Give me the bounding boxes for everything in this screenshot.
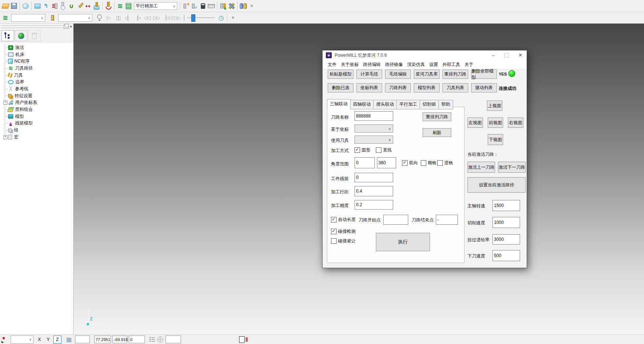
auto-length-checkbox[interactable]: [331, 217, 337, 222]
refresh-button[interactable]: 刷新: [423, 128, 451, 137]
view-bottom-button[interactable]: 下视图: [488, 134, 503, 145]
view-top-button[interactable]: 上视图: [487, 101, 502, 111]
tree-item-stock-models[interactable]: 残留模型: [0, 120, 73, 127]
restore-panel-icon[interactable]: [64, 25, 68, 29]
rewind-button[interactable]: ◁◁: [142, 15, 152, 21]
light-bulb-icon[interactable]: [95, 13, 104, 22]
view-front-button[interactable]: 前视图: [488, 117, 503, 128]
expand-toggle[interactable]: +: [3, 101, 7, 105]
tree-item-workplanes[interactable]: +用户坐标系: [0, 99, 73, 106]
tree-item-boundaries[interactable]: 边界: [0, 78, 73, 85]
stepover-input[interactable]: [355, 186, 393, 196]
angle-to-input[interactable]: [377, 157, 396, 168]
strategy-dropdown[interactable]: 平行精加工 ∨: [134, 2, 177, 10]
rapid-move-icon[interactable]: [42, 1, 50, 11]
reorder-toolpaths-button[interactable]: 重排列刀路: [442, 70, 468, 79]
workplane-icon[interactable]: [157, 337, 163, 343]
collision-check-checkbox[interactable]: [331, 229, 337, 234]
save-project-icon[interactable]: [10, 1, 18, 11]
sidebar-tab-recycle-bin[interactable]: [28, 30, 40, 41]
drive-list-button[interactable]: 驱动列表: [471, 83, 497, 92]
go-to-end-button[interactable]: ▷▷▕: [173, 15, 185, 21]
minimize-button[interactable]: –: [491, 53, 496, 58]
sidebar-tab-web[interactable]: [15, 30, 27, 41]
tree-item-nc-programs[interactable]: NC程序: [0, 58, 73, 65]
measure-ruler-icon[interactable]: [207, 1, 216, 11]
tool-swap-icon[interactable]: [227, 1, 236, 11]
base-coord-dropdown[interactable]: ∨: [355, 124, 393, 133]
open-project-icon[interactable]: [1, 1, 10, 11]
tree-item-tools[interactable]: 刀具: [0, 72, 73, 79]
tab-swivel-head[interactable]: 摆头联动: [373, 100, 397, 109]
stock-remain-input[interactable]: [355, 173, 393, 182]
coord-z-field[interactable]: 0: [129, 336, 145, 343]
point-tool-icon[interactable]: [1, 336, 10, 344]
calc-block-button[interactable]: 计算毛坯: [356, 70, 382, 79]
tree-item-macros[interactable]: +宏: [0, 134, 73, 141]
close-button[interactable]: ×: [518, 52, 523, 58]
menu-path-edit[interactable]: 路径编辑: [363, 62, 381, 68]
close-panel-icon[interactable]: ×: [70, 25, 72, 29]
slider-thumb[interactable]: [191, 14, 195, 22]
dialog-titlebar[interactable]: PowerMILL 忆梦星河 7.0.6 – ×: [323, 50, 527, 60]
activate-next-toolpath-button[interactable]: 激活下一刀路: [498, 162, 526, 173]
block-icon[interactable]: [33, 1, 42, 11]
tree-item-activate[interactable]: 激活: [0, 44, 73, 51]
skim-feed-input[interactable]: [492, 234, 520, 245]
conventional-mill-checkbox[interactable]: [437, 160, 443, 166]
calculator-icon[interactable]: [199, 1, 207, 11]
status-dropdown[interactable]: ∨: [11, 336, 33, 344]
tab-help[interactable]: 帮助: [438, 100, 453, 109]
tree-item-patterns[interactable]: 参考线: [0, 85, 73, 92]
bidirectional-checkbox[interactable]: [402, 160, 408, 166]
tree-item-levels-and-sets[interactable]: 层和组合: [0, 106, 73, 113]
menu-path-mirror[interactable]: 路径镜像: [385, 62, 403, 68]
circle-checkbox[interactable]: [355, 147, 360, 153]
cutting-feed-input[interactable]: [492, 217, 520, 228]
tool-library-button[interactable]: 星河刀具库: [414, 70, 440, 79]
view-left-button[interactable]: 左视图: [467, 117, 483, 128]
toolpath-verify-icon[interactable]: [190, 1, 199, 11]
toolpath-icon[interactable]: [116, 1, 124, 11]
delete-all-models-button[interactable]: 删除全部模型: [471, 70, 497, 79]
sim-tool-dropdown[interactable]: ∨: [58, 14, 92, 22]
tool-holder-icon[interactable]: [67, 1, 75, 11]
clock-icon[interactable]: [217, 13, 225, 22]
grid-snap-icon[interactable]: ▦: [64, 336, 74, 344]
tool-block-icon[interactable]: [92, 1, 101, 11]
coord-list-button[interactable]: 坐标列表: [356, 83, 382, 92]
ball-tool-icon[interactable]: [58, 1, 67, 11]
sidebar-tab-explorer[interactable]: [1, 30, 14, 41]
leads-and-links-icon[interactable]: [104, 1, 113, 11]
window-pause-icon[interactable]: [239, 336, 245, 343]
menu-external-tools[interactable]: 外部工具: [442, 62, 460, 68]
expand-toggle[interactable]: +: [3, 135, 7, 139]
sim-toolpath-dropdown[interactable]: ∨: [11, 14, 45, 22]
menu-settings[interactable]: 设置: [429, 62, 438, 68]
axis-z-button[interactable]: Z: [53, 336, 61, 344]
step-back-button[interactable]: ◁▏: [123, 15, 132, 21]
tab-cutting-saw[interactable]: 切割锯: [420, 100, 439, 109]
menu-about[interactable]: 关于: [465, 62, 473, 68]
model-list-button[interactable]: 模型列表: [414, 83, 440, 92]
coord-list-icon[interactable]: [149, 337, 155, 342]
axis-y-button[interactable]: Y: [45, 336, 52, 343]
execute-button[interactable]: 执行: [376, 233, 430, 251]
activate-prev-toolpath-button[interactable]: 激活上一刀路: [467, 162, 495, 173]
menu-render-sim[interactable]: 渲染仿真: [407, 62, 425, 68]
fast-forward-button[interactable]: ▷▷: [152, 15, 161, 21]
plunge-feed-input[interactable]: [492, 250, 520, 261]
menu-coordinates[interactable]: 关于坐标: [341, 62, 359, 68]
use-tool-dropdown[interactable]: ∨: [355, 136, 393, 144]
toolpath-icon[interactable]: [1, 13, 10, 22]
pattern-points-icon[interactable]: [84, 1, 92, 11]
strategy-list-icon[interactable]: [124, 1, 133, 11]
climb-mill-checkbox[interactable]: [421, 160, 426, 166]
tool-icon[interactable]: [48, 13, 57, 22]
toolpath-list-button[interactable]: 刀路列表: [385, 83, 411, 92]
pause-button[interactable]: ▯▯: [113, 15, 123, 21]
grid-size-field[interactable]: [75, 336, 90, 343]
menu-file[interactable]: 文件: [328, 62, 337, 68]
grip-lines[interactable]: [1, 25, 62, 28]
close-toolbar-icon[interactable]: [229, 13, 237, 22]
